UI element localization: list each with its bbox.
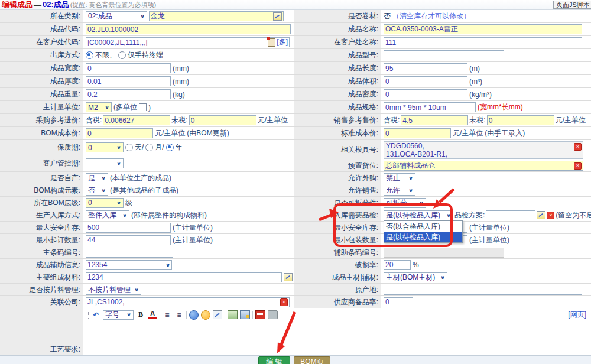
clear-icon[interactable]: × [547,212,554,219]
flash-media-icon[interactable] [255,310,265,319]
allow-purchase-select[interactable]: 禁止∨ [384,173,415,183]
spec-input[interactable] [384,102,476,112]
inspect-option-yes[interactable]: 是(以待检品入库) [384,232,462,242]
preset-location-box[interactable]: × [384,161,583,171]
label-shelf-life: 保质期: [0,140,84,155]
prod-inbound-select[interactable]: 整件入库∨ [86,210,129,220]
bom-element-select[interactable]: 否∨ [86,186,108,196]
row-main-aux: 成品主材|辅材: 主材(BOM主材)∨ [291,271,591,284]
main-unit-select[interactable]: M2∨ [86,102,112,112]
inspect-option-no[interactable]: 否(以合格品入库) [384,221,462,232]
aux-barcode-input[interactable] [384,248,504,258]
preset-location-input[interactable] [384,162,573,170]
webpage-link[interactable]: [网页] [568,310,586,320]
label-process-req: 工艺要求: [0,308,84,355]
min-order-input[interactable] [86,235,171,245]
purchase-price-tax-input[interactable] [103,115,170,125]
chevron-down-icon: ∨ [140,14,145,19]
aux-info-input[interactable] [86,261,164,269]
picker-icon[interactable] [537,211,545,219]
main-aux-select[interactable]: 主材(BOM主材)∨ [384,272,447,282]
font-size-select[interactable]: 字号∨ [103,310,134,320]
sheet-mgmt-select[interactable]: 不按片料管理∨ [86,285,141,295]
row-sheet-mgmt: 是否按片料管理: 不按片料管理∨ [0,284,291,296]
thickness-input[interactable] [86,76,171,86]
customer-name-input[interactable] [384,37,582,47]
supplier-spare-input[interactable] [384,297,413,307]
std-cost-input[interactable] [384,128,451,138]
bom-page-button[interactable]: BOM页面 [294,356,330,364]
bold-icon[interactable]: B [136,310,145,319]
self-produce-select[interactable]: 是∨ [86,173,108,183]
weight-input[interactable] [86,89,171,99]
splittable-select[interactable]: 可拆分∨ [384,198,426,208]
mold-numbers-box[interactable]: YDGD0560, 131.OCA-B201-R1, × [384,141,583,159]
align-icon[interactable]: ≡ [163,310,172,319]
undo-icon[interactable]: ↶ [91,310,100,319]
bom-level-select[interactable]: 0∨ [86,198,124,208]
paste-icon[interactable] [268,38,275,47]
picker-icon[interactable] [273,12,282,21]
customer-code-box[interactable]: [多] [86,37,290,47]
related-company-input[interactable] [86,298,279,306]
width-input[interactable] [86,63,171,73]
multi-unit-checkbox[interactable] [139,103,147,111]
inspect-plan-input[interactable] [486,210,535,220]
list-icon[interactable]: ≡ [174,310,184,319]
category-name-box[interactable] [149,11,284,21]
richtext-editor-body[interactable] [84,321,591,355]
product-code-input[interactable] [86,24,291,34]
label-aux-barcode: 辅助条码编号: [291,246,382,258]
label-density: 成品密度: [291,88,382,100]
category-select[interactable]: 02:成品∨ [86,11,147,21]
emoticon-icon[interactable] [201,310,210,320]
purchase-price-notax-input[interactable] [189,115,256,125]
control-period-select[interactable]: ∨ [86,158,124,168]
product-name-input[interactable] [384,24,582,34]
aux-info-combo[interactable]: ∨ [86,260,172,270]
main-material-input[interactable] [86,272,282,282]
page-js-button[interactable]: 页面JS脚本 [553,1,591,9]
clear-icon[interactable]: × [574,143,582,151]
chevron-down-icon: ∨ [101,176,106,181]
sale-price-notax-input[interactable] [487,115,554,125]
row-category: 所在类别: 02:成品∨ [0,10,291,23]
allow-sale-select[interactable]: 允许∨ [384,186,415,196]
damage-rate-input[interactable] [384,260,411,270]
radio-years[interactable] [166,144,174,151]
related-company-box[interactable]: × [86,297,290,307]
inspect-select[interactable]: 是(以待检品入库)∨ [384,210,453,220]
insert-image-icon[interactable] [228,310,238,319]
radio-months[interactable] [145,144,153,151]
multi-select-link[interactable]: [多] [277,37,288,47]
font-color-icon[interactable]: A [148,311,157,318]
max-stock-input[interactable] [86,223,171,233]
label-weight: 成品重量: [0,88,84,100]
sale-price-tax-input[interactable] [401,115,468,125]
model-input[interactable] [384,50,504,60]
clear-icon[interactable]: × [574,162,582,170]
toolbar-grip-icon[interactable] [86,311,89,318]
edit-html-icon[interactable] [213,310,222,319]
shelf-life-select[interactable]: 0∨ [86,142,124,152]
category-name-input[interactable] [150,12,272,20]
density-input[interactable] [384,89,467,99]
main-barcode-input[interactable] [86,248,173,258]
radio-handheld-only[interactable] [118,51,126,59]
edit-submit-button[interactable]: 编 辑 [258,356,290,364]
save-image-icon[interactable] [240,310,250,319]
bom-cost-input[interactable] [86,128,153,138]
volume-input[interactable] [384,76,467,86]
chevron-down-icon[interactable]: ∨ [165,262,170,268]
hyperlink-globe-icon[interactable] [189,310,199,320]
snapshot-icon[interactable] [268,310,278,319]
clear-icon[interactable]: × [280,298,288,306]
customer-code-input[interactable] [86,38,267,46]
radio-unlimited[interactable] [86,51,93,59]
edit-pencil-icon[interactable] [284,273,293,281]
length-input[interactable] [384,63,467,73]
origin-input[interactable] [384,285,582,295]
row-inspect: 入库需要品检: 是(以待检品入库)∨ 品检方案: × (留空为不启用) [291,209,591,222]
radio-days[interactable] [125,144,133,151]
row-allow-sale: 允许销售: 允许∨ [291,184,591,197]
